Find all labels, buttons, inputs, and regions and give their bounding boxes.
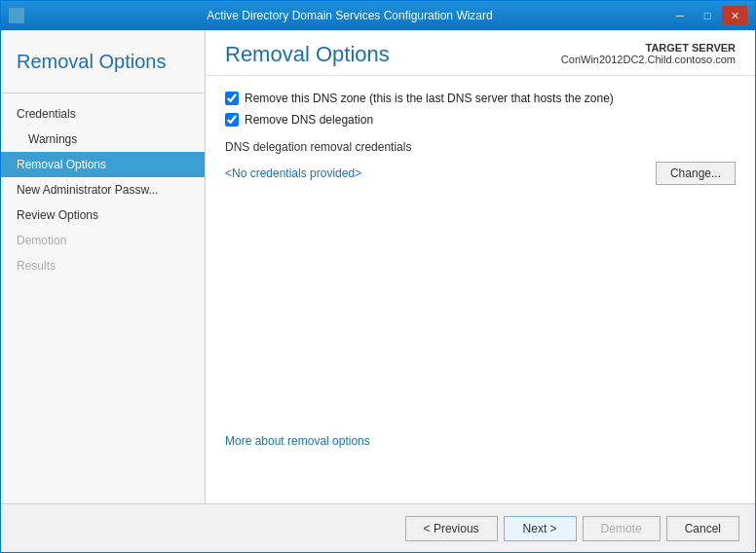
minimize-button[interactable]: ─ (667, 6, 693, 25)
credentials-row: <No credentials provided> Change... (225, 162, 736, 185)
sidebar-divider (1, 92, 205, 93)
content-header: Removal Options TARGET SERVER ConWin2012… (206, 30, 755, 76)
target-server-block: TARGET SERVER ConWin2012DC2.Child.contos… (561, 42, 736, 65)
sidebar-item-credentials[interactable]: Credentials (1, 101, 205, 127)
target-server-name: ConWin2012DC2.Child.contoso.com (561, 54, 736, 65)
title-bar: Active Directory Domain Services Configu… (1, 1, 755, 30)
checkbox-dns-zone[interactable] (225, 92, 239, 105)
left-panel-title: Removal Options (17, 50, 189, 73)
maximize-button[interactable]: □ (695, 6, 720, 25)
main-window: Active Directory Domain Services Configu… (0, 0, 756, 553)
left-panel: Removal Options Credentials Warnings Rem… (1, 30, 206, 503)
checkbox-row-2: Remove DNS delegation (225, 113, 736, 127)
sidebar-item-removal-options[interactable]: Removal Options (1, 152, 205, 177)
sidebar-item-new-admin-password[interactable]: New Administrator Passw... (1, 177, 205, 203)
window-controls: ─ □ ✕ (667, 6, 747, 25)
body-layout: Removal Options Credentials Warnings Rem… (1, 30, 755, 503)
content-area: Removal Options TARGET SERVER ConWin2012… (206, 30, 755, 503)
close-button[interactable]: ✕ (722, 6, 747, 25)
left-header: Removal Options (1, 38, 205, 89)
cancel-button[interactable]: Cancel (666, 516, 739, 541)
sidebar-item-demotion: Demotion (1, 228, 205, 253)
checkbox-dns-delegation[interactable] (225, 113, 239, 127)
checkbox-dns-delegation-label: Remove DNS delegation (245, 113, 373, 127)
content-body: Remove this DNS zone (this is the last D… (206, 76, 755, 503)
sidebar-item-warnings[interactable]: Warnings (1, 127, 205, 152)
demote-button[interactable]: Demote (583, 516, 661, 541)
footer: < Previous Next > Demote Cancel (1, 503, 755, 552)
content-spacer (225, 185, 736, 419)
checkbox-dns-zone-label: Remove this DNS zone (this is the last D… (245, 92, 614, 105)
credentials-text: <No credentials provided> (225, 166, 361, 180)
sidebar-item-results: Results (1, 253, 205, 278)
target-server-label: TARGET SERVER (561, 42, 736, 54)
change-button[interactable]: Change... (656, 162, 736, 185)
more-link-container: More about removal options (225, 434, 736, 448)
checkbox-row-1: Remove this DNS zone (this is the last D… (225, 92, 736, 105)
next-button[interactable]: Next > (504, 516, 577, 541)
section-label-credentials: DNS delegation removal credentials (225, 140, 736, 154)
app-icon (9, 8, 24, 23)
previous-button[interactable]: < Previous (405, 516, 498, 541)
window-title: Active Directory Domain Services Configu… (32, 9, 667, 22)
page-title: Removal Options (225, 42, 390, 67)
more-about-link[interactable]: More about removal options (225, 434, 370, 448)
sidebar-item-review-options[interactable]: Review Options (1, 203, 205, 228)
